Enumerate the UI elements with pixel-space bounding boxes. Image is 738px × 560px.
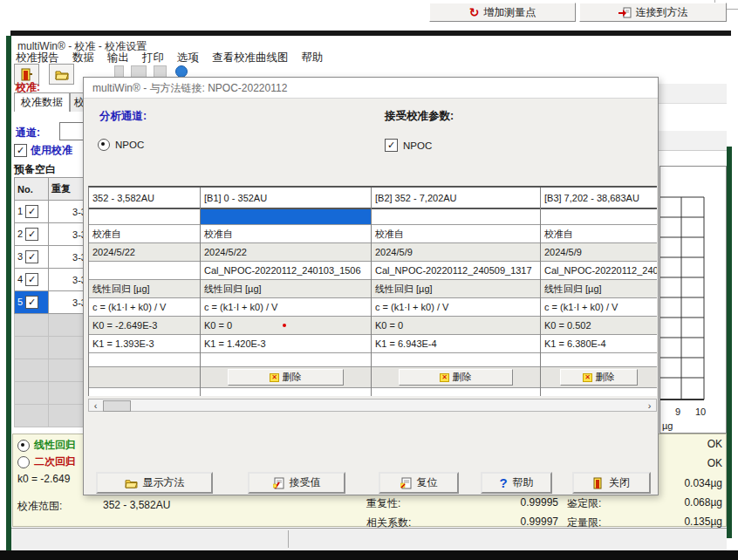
exit-door-icon [21,68,33,81]
row-checkbox[interactable]: ✓ [25,205,38,218]
document-icon[interactable] [154,65,167,78]
use-calibration-checkbox[interactable]: ✓ [14,144,27,157]
show-method-button[interactable]: 显示方法 [96,472,213,494]
select-cell[interactable] [541,209,657,225]
calibration-range-value: 352 - 3,582AU [103,499,170,511]
calibration-chart: 9 10 µg [659,166,727,434]
scroll-left-arrow[interactable]: ‹ [89,400,102,411]
red-dot-marker [283,324,286,327]
range-column-b1[interactable]: [B1] 0 - 352AU 校准自 2024/5/22 Cal_NPOC-20… [201,188,372,396]
scrollbar-thumb[interactable] [103,400,131,412]
limit-value-1: 0.034µg [661,477,722,489]
table-row-selected[interactable]: 5 ✓ 3-3 [15,291,90,314]
table-row[interactable]: 3 ✓ 3-3 [15,246,90,269]
k0-cell: K0 = -2.649E-3 [89,317,200,335]
k1-cell: K1 = 6.943E-4 [372,335,540,353]
npoc-radio-label: NPOC [115,140,144,150]
k0-cell: K0 = 0 [201,317,371,335]
empty-cell [89,353,200,367]
select-cell-selected[interactable] [201,209,371,225]
quadratic-regression-radio[interactable] [17,456,30,468]
table-horizontal-scrollbar[interactable]: ‹ › [88,399,657,412]
delete-button[interactable]: ✕ 删除 [560,369,639,386]
calibration-chart-grid [660,167,726,433]
quadratic-regression-option[interactable]: 二次回归 [17,454,76,469]
table-row[interactable]: 2 ✓ 3-3 [15,223,90,246]
link-to-method-button[interactable]: 连接到方法 [579,3,727,22]
dialog-title: multiWin® - 与方法链接: NPOC-20220112 [92,81,287,96]
delete-cell-empty [89,367,200,388]
add-measure-point-button[interactable]: ↻ 增加测量点 [429,3,576,22]
empty-row [15,405,90,427]
select-cell[interactable] [89,209,200,225]
accept-values-button[interactable]: 接受值 [248,472,345,494]
channel-dropdown[interactable] [59,122,85,140]
range-column-b2[interactable]: [B2] 352 - 7,202AU 校准自 2024/5/9 Cal_NPOC… [372,188,541,396]
menu-help[interactable]: 帮助 [302,51,324,65]
menu-print[interactable]: 打印 [142,51,164,65]
row-checkbox[interactable]: ✓ [25,273,38,286]
select-cell[interactable] [372,209,540,225]
dialog-title-bar[interactable]: multiWin® - 与方法链接: NPOC-20220112 [84,78,658,99]
repeatability-value: 0.99995 [484,496,558,509]
x-tick-10: 10 [695,406,706,417]
range-column-current[interactable]: 352 - 3,582AU 校准自 2024/5/22 线性回归 [µg] c … [89,188,201,396]
toolbar-partial-icon[interactable] [114,65,124,78]
printer-icon[interactable] [131,65,147,78]
row-checkbox[interactable]: ✓ [25,296,38,309]
column-header[interactable]: [B1] 0 - 352AU [201,188,371,209]
date-cell: 2024/5/22 [89,243,200,262]
row-checkbox[interactable]: ✓ [25,228,38,241]
delete-button[interactable]: ✕ 删除 [399,369,514,386]
range-column-b3[interactable]: [B3] 7,202 - 38,683AU 校准自 2024/5/9 Cal_N… [541,188,657,396]
table-header-row: No. 重复 [15,178,90,201]
table-row[interactable]: 1 ✓ 3-3 [15,201,90,223]
delete-button[interactable]: ✕ 删除 [228,369,344,386]
table-row[interactable]: 4 ✓ 3-3 [15,269,90,291]
reset-button[interactable]: 复位 [379,472,459,494]
screen: multiWin® - 校准 - 校准设置 校准报告 数据 输出 打印 选项 查… [0,0,738,560]
delete-x-icon: ✕ [440,373,449,382]
npoc-accept-option[interactable]: ✓ NPOC [385,139,432,152]
open-folder-icon [55,69,69,80]
scroll-right-arrow[interactable]: › [643,400,656,411]
file-cell [89,262,200,280]
k0-cell: K0 = 0.502 [541,317,657,335]
left-tabs: 校准数据校 [14,92,89,112]
regression-cell: 线性回归 [µg] [89,280,200,298]
file-cell: Cal_NPOC-20220112_240509_1 [541,262,657,280]
linear-regression-radio[interactable] [17,440,30,452]
info-icon[interactable] [175,65,188,78]
column-header[interactable]: 352 - 3,582AU [89,188,200,209]
k0-readout: k0 = -2.649 [17,473,70,485]
row-checkbox[interactable]: ✓ [25,250,38,263]
tab-calibration-data[interactable]: 校准数据 [14,92,70,112]
k1-cell: K1 = 1.420E-3 [201,335,371,353]
column-header[interactable]: [B2] 352 - 7,202AU [372,188,540,209]
npoc-channel-option[interactable]: NPOC [98,139,144,151]
npoc-radio[interactable] [98,139,110,151]
accept-doc-icon [273,477,284,489]
close-button[interactable]: 关闭 [572,472,651,494]
column-header[interactable]: [B3] 7,202 - 38,683AU [541,188,657,209]
help-question-icon: ? [499,475,507,490]
file-cell: Cal_NPOC-20220112_240509_1317 [372,262,540,280]
delete-cell: ✕ 删除 [201,367,371,388]
menu-data[interactable]: 数据 [72,51,94,65]
prepare-blank-label: 预备空白 [14,162,56,177]
cal-from-cell: 校准自 [372,225,540,243]
open-file-button[interactable] [49,64,74,85]
regression-cell: 线性回归 [µg] [541,280,657,298]
npoc-checkbox[interactable]: ✓ [385,139,398,152]
menu-view-curve[interactable]: 查看校准曲线图 [212,51,289,65]
empty-row [15,314,90,337]
add-point-icon: ↻ [469,5,480,19]
menu-options[interactable]: 选项 [177,51,199,65]
menu-output[interactable]: 输出 [107,51,129,65]
empty-row [15,359,90,382]
linear-regression-option[interactable]: 线性回归 [17,438,76,453]
date-cell: 2024/5/9 [372,243,540,262]
statusbar-divider [288,530,289,548]
limit-value-2: 0.068µg [661,496,722,509]
help-button[interactable]: ? 帮助 [481,472,552,494]
